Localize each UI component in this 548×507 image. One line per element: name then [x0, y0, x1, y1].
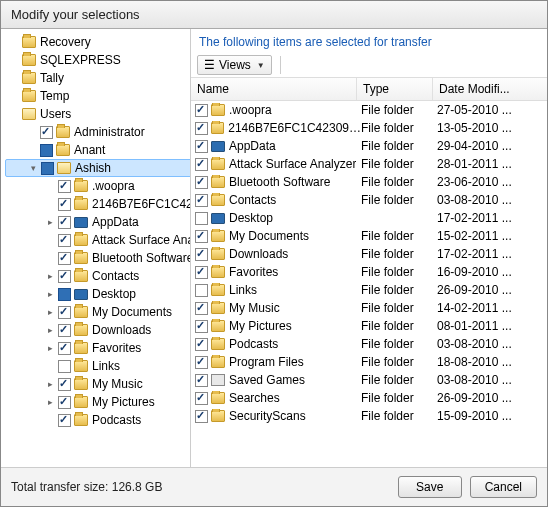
- cancel-button[interactable]: Cancel: [470, 476, 537, 498]
- table-row[interactable]: Program FilesFile folder18-08-2010 ...: [191, 353, 547, 371]
- table-row[interactable]: 2146B7E6FC1C423099...File folder13-05-20…: [191, 119, 547, 137]
- checkbox[interactable]: [195, 284, 208, 297]
- checkbox[interactable]: [195, 122, 208, 135]
- tree-item[interactable]: Anant: [5, 141, 191, 159]
- tree-panel[interactable]: RecoverySQLEXPRESSTallyTempUsersAdminist…: [1, 29, 191, 467]
- tree-item[interactable]: ▸AppData: [5, 213, 191, 231]
- checkbox[interactable]: [58, 198, 71, 211]
- tree-item[interactable]: .woopra: [5, 177, 191, 195]
- tree-item[interactable]: Podcasts: [5, 411, 191, 429]
- checkbox[interactable]: [195, 176, 208, 189]
- checkbox[interactable]: [195, 410, 208, 423]
- checkbox[interactable]: [195, 104, 208, 117]
- checkbox[interactable]: [58, 270, 71, 283]
- tree-item[interactable]: Temp: [5, 87, 191, 105]
- checkbox[interactable]: [58, 288, 71, 301]
- checkbox[interactable]: [195, 392, 208, 405]
- expand-icon[interactable]: ▸: [45, 307, 56, 318]
- table-row[interactable]: DownloadsFile folder17-02-2011 ...: [191, 245, 547, 263]
- column-date[interactable]: Date Modifi...: [433, 78, 547, 100]
- table-row[interactable]: PodcastsFile folder03-08-2010 ...: [191, 335, 547, 353]
- tree-item[interactable]: ▸Desktop: [5, 285, 191, 303]
- table-row[interactable]: ContactsFile folder03-08-2010 ...: [191, 191, 547, 209]
- checkbox[interactable]: [195, 302, 208, 315]
- column-name[interactable]: Name: [191, 78, 357, 100]
- tree-item[interactable]: 2146B7E6FC1C423099: [5, 195, 191, 213]
- expand-icon[interactable]: ▸: [45, 217, 56, 228]
- checkbox[interactable]: [41, 162, 54, 175]
- checkbox[interactable]: [195, 212, 208, 225]
- tree-item[interactable]: Attack Surface Analyz: [5, 231, 191, 249]
- checkbox[interactable]: [58, 414, 71, 427]
- checkbox[interactable]: [195, 140, 208, 153]
- collapse-icon[interactable]: ▾: [28, 163, 39, 174]
- checkbox[interactable]: [58, 342, 71, 355]
- expand-icon[interactable]: ▸: [45, 379, 56, 390]
- expand-icon[interactable]: ▸: [45, 397, 56, 408]
- views-button[interactable]: ☰ Views ▼: [197, 55, 272, 75]
- checkbox[interactable]: [58, 324, 71, 337]
- folder-icon: [74, 396, 88, 408]
- tree-item[interactable]: Recovery: [5, 33, 191, 51]
- table-row[interactable]: SearchesFile folder26-09-2010 ...: [191, 389, 547, 407]
- tree-item[interactable]: Bluetooth Software: [5, 249, 191, 267]
- tree-item[interactable]: ▾Ashish: [5, 159, 191, 177]
- tree-item[interactable]: SQLEXPRESS: [5, 51, 191, 69]
- table-row[interactable]: Desktop17-02-2011 ...: [191, 209, 547, 227]
- checkbox[interactable]: [58, 252, 71, 265]
- checkbox[interactable]: [195, 194, 208, 207]
- tree-item[interactable]: Tally: [5, 69, 191, 87]
- table-row[interactable]: My PicturesFile folder08-01-2011 ...: [191, 317, 547, 335]
- row-date: 08-01-2011 ...: [437, 319, 547, 333]
- tree-item[interactable]: ▸My Music: [5, 375, 191, 393]
- expand-icon[interactable]: ▸: [45, 271, 56, 282]
- table-row[interactable]: Bluetooth SoftwareFile folder23-06-2010 …: [191, 173, 547, 191]
- tree-item[interactable]: ▸Downloads: [5, 321, 191, 339]
- table-row[interactable]: My DocumentsFile folder15-02-2011 ...: [191, 227, 547, 245]
- checkbox[interactable]: [195, 266, 208, 279]
- table-row[interactable]: AppDataFile folder29-04-2010 ...: [191, 137, 547, 155]
- expand-icon[interactable]: ▸: [45, 325, 56, 336]
- list-header[interactable]: Name Type Date Modifi...: [191, 78, 547, 101]
- tree-item[interactable]: Administrator: [5, 123, 191, 141]
- save-button[interactable]: Save: [398, 476, 462, 498]
- expand-icon[interactable]: ▸: [45, 343, 56, 354]
- file-list[interactable]: .woopraFile folder27-05-2010 ...2146B7E6…: [191, 101, 547, 467]
- table-row[interactable]: My MusicFile folder14-02-2011 ...: [191, 299, 547, 317]
- table-row[interactable]: .woopraFile folder27-05-2010 ...: [191, 101, 547, 119]
- checkbox[interactable]: [195, 374, 208, 387]
- checkbox[interactable]: [195, 338, 208, 351]
- checkbox[interactable]: [58, 306, 71, 319]
- tree-item[interactable]: ▸Favorites: [5, 339, 191, 357]
- checkbox[interactable]: [195, 248, 208, 261]
- checkbox[interactable]: [40, 126, 53, 139]
- tree-item-label: My Pictures: [92, 395, 155, 409]
- tree-item[interactable]: Links: [5, 357, 191, 375]
- table-row[interactable]: SecurityScansFile folder15-09-2010 ...: [191, 407, 547, 425]
- checkbox[interactable]: [40, 144, 53, 157]
- checkbox[interactable]: [195, 158, 208, 171]
- checkbox[interactable]: [195, 320, 208, 333]
- tree-item[interactable]: ▸My Pictures: [5, 393, 191, 411]
- table-row[interactable]: FavoritesFile folder16-09-2010 ...: [191, 263, 547, 281]
- checkbox[interactable]: [58, 396, 71, 409]
- right-panel: The following items are selected for tra…: [191, 29, 547, 467]
- tree-item[interactable]: Users: [5, 105, 191, 123]
- checkbox[interactable]: [58, 378, 71, 391]
- checkbox[interactable]: [195, 230, 208, 243]
- row-name: Contacts: [229, 193, 276, 207]
- tree-item[interactable]: ▸My Documents: [5, 303, 191, 321]
- checkbox[interactable]: [58, 234, 71, 247]
- column-type[interactable]: Type: [357, 78, 433, 100]
- titlebar: Modify your selections: [1, 1, 547, 29]
- expand-icon[interactable]: ▸: [45, 289, 56, 300]
- checkbox[interactable]: [195, 356, 208, 369]
- table-row[interactable]: Saved GamesFile folder03-08-2010 ...: [191, 371, 547, 389]
- tree-item[interactable]: ▸Contacts: [5, 267, 191, 285]
- checkbox[interactable]: [58, 360, 71, 373]
- checkbox[interactable]: [58, 216, 71, 229]
- folder-icon: [211, 392, 225, 404]
- table-row[interactable]: Attack Surface AnalyzerFile folder28-01-…: [191, 155, 547, 173]
- checkbox[interactable]: [58, 180, 71, 193]
- table-row[interactable]: LinksFile folder26-09-2010 ...: [191, 281, 547, 299]
